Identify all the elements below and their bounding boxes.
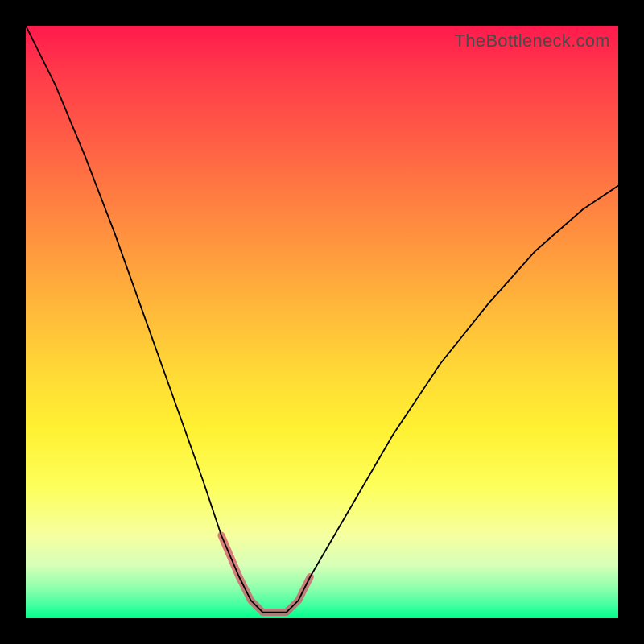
curve-layer <box>26 26 618 618</box>
chart-frame: TheBottleneck.com <box>0 0 644 644</box>
bottleneck-curve <box>26 26 618 613</box>
trough-highlight <box>221 535 310 613</box>
plot-area: TheBottleneck.com <box>26 26 618 618</box>
